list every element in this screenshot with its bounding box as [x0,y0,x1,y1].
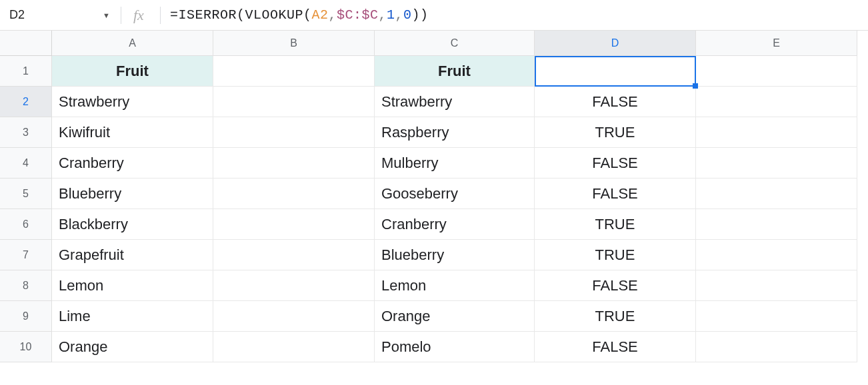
cell-B6[interactable] [213,209,375,240]
cell-A3[interactable]: Kiwifruit [52,117,213,148]
cell-E1[interactable] [696,56,857,87]
formula-bar: D2 ▼ fx =ISERROR(VLOOKUP(A2,$C:$C,1,0)) [0,0,868,31]
cell-D3[interactable]: TRUE [535,117,696,148]
cell-E10[interactable] [696,332,857,362]
col-header-A[interactable]: A [52,31,213,56]
row-header-7[interactable]: 7 [0,240,52,270]
fx-icon[interactable]: fx [125,7,156,24]
row-header-9[interactable]: 9 [0,301,52,332]
name-box-value: D2 [9,8,97,22]
cell-A5[interactable]: Blueberry [52,179,213,209]
col-header-E[interactable]: E [696,31,857,56]
cell-D8[interactable]: FALSE [535,270,696,301]
cell-C2[interactable]: Strawberry [375,87,535,117]
cell-E3[interactable] [696,117,857,148]
cell-E9[interactable] [696,301,857,332]
cell-A2[interactable]: Strawberry [52,87,213,117]
row-header-8[interactable]: 8 [0,270,52,301]
cell-D10[interactable]: FALSE [535,332,696,362]
cell-E8[interactable] [696,270,857,301]
col-header-D[interactable]: D [535,31,696,56]
row-header-4[interactable]: 4 [0,148,52,179]
name-box[interactable]: D2 ▼ [0,0,117,30]
divider [160,7,161,24]
cell-E2[interactable] [696,87,857,117]
cell-C7[interactable]: Blueberry [375,240,535,270]
formula-input[interactable]: =ISERROR(VLOOKUP(A2,$C:$C,1,0)) [165,7,868,23]
dropdown-icon[interactable]: ▼ [103,11,110,19]
divider [121,7,121,24]
cell-B4[interactable] [213,148,375,179]
cell-A7[interactable]: Grapefruit [52,240,213,270]
cell-C6[interactable]: Cranberry [375,209,535,240]
spreadsheet-grid[interactable]: A B C D E 1 Fruit Fruit 2 Strawberry Str… [0,31,868,362]
row-header-1[interactable]: 1 [0,56,52,87]
cell-B8[interactable] [213,270,375,301]
cell-C5[interactable]: Gooseberry [375,179,535,209]
row-header-5[interactable]: 5 [0,179,52,209]
cell-C3[interactable]: Raspberry [375,117,535,148]
cell-D9[interactable]: TRUE [535,301,696,332]
cell-A1[interactable]: Fruit [52,56,213,87]
cell-D1[interactable] [535,56,696,87]
row-header-2[interactable]: 2 [0,87,52,117]
cell-E7[interactable] [696,240,857,270]
cell-C8[interactable]: Lemon [375,270,535,301]
cell-E4[interactable] [696,148,857,179]
row-header-3[interactable]: 3 [0,117,52,148]
cell-A8[interactable]: Lemon [52,270,213,301]
cell-D5[interactable]: FALSE [535,179,696,209]
cell-C4[interactable]: Mulberry [375,148,535,179]
cell-E6[interactable] [696,209,857,240]
select-all-corner[interactable] [0,31,52,56]
cell-D7[interactable]: TRUE [535,240,696,270]
cell-A6[interactable]: Blackberry [52,209,213,240]
row-header-6[interactable]: 6 [0,209,52,240]
cell-A4[interactable]: Cranberry [52,148,213,179]
row-header-10[interactable]: 10 [0,332,52,362]
cell-D6[interactable]: TRUE [535,209,696,240]
col-header-B[interactable]: B [213,31,375,56]
cell-B7[interactable] [213,240,375,270]
cell-B10[interactable] [213,332,375,362]
cell-A10[interactable]: Orange [52,332,213,362]
cell-B5[interactable] [213,179,375,209]
cell-C10[interactable]: Pomelo [375,332,535,362]
col-header-C[interactable]: C [375,31,535,56]
cell-B3[interactable] [213,117,375,148]
cell-A9[interactable]: Lime [52,301,213,332]
cell-B2[interactable] [213,87,375,117]
cell-D2[interactable]: FALSE [535,87,696,117]
cell-B9[interactable] [213,301,375,332]
cell-C1[interactable]: Fruit [375,56,535,87]
cell-B1[interactable] [213,56,375,87]
cell-D4[interactable]: FALSE [535,148,696,179]
cell-E5[interactable] [696,179,857,209]
cell-C9[interactable]: Orange [375,301,535,332]
